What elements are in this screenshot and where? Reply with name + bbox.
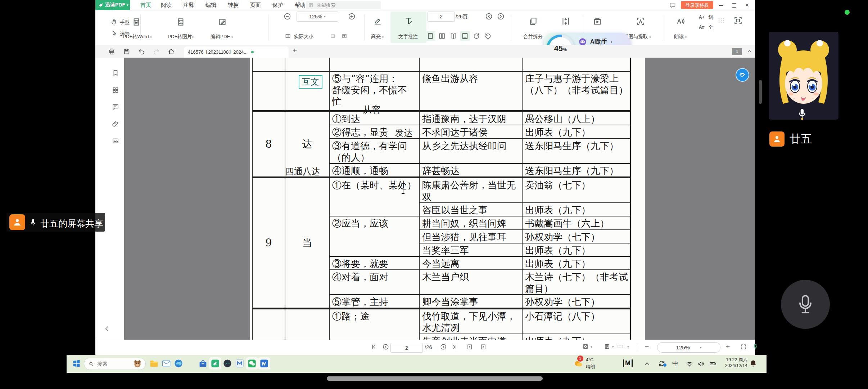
store-app-icon[interactable] [198, 358, 208, 369]
zoom-level-box[interactable]: 125% ▾ [297, 12, 338, 22]
mail-app-icon[interactable] [161, 358, 172, 369]
previous-view-icon[interactable] [466, 343, 473, 350]
fulltext-translate-label[interactable]: 全 [708, 24, 713, 31]
video-strip-scrollbar[interactable] [327, 376, 543, 381]
text-box-icon[interactable] [341, 33, 348, 39]
function-search-input[interactable] [316, 2, 371, 8]
battery-icon[interactable] [709, 360, 717, 368]
tray-expand-chevron-icon[interactable] [643, 360, 651, 367]
pin-icon[interactable] [752, 343, 759, 350]
page-background-icon[interactable] [582, 343, 589, 350]
menu-page[interactable]: 页面 [247, 0, 264, 10]
restore-button[interactable] [729, 1, 739, 9]
taskbar-search-box[interactable] [84, 358, 146, 370]
volume-icon[interactable] [697, 360, 705, 368]
edit-pdf-label[interactable]: 编辑PDF ▾ [211, 33, 233, 40]
pdf-to-image-icon[interactable] [176, 17, 186, 27]
floating-translate-ball[interactable] [736, 68, 749, 82]
word-app-icon[interactable] [259, 358, 270, 369]
pdf-to-word-icon[interactable] [131, 17, 141, 27]
crop-box-icon[interactable] [330, 33, 336, 39]
login-button[interactable]: 登录享特权 [681, 1, 713, 9]
bookmarks-panel-icon[interactable] [112, 69, 119, 77]
menu-edit[interactable]: 编辑 [203, 0, 219, 10]
actual-size-caret-icon[interactable]: ▾ [627, 345, 629, 349]
tray-clock[interactable]: 19:22 周六 2024/12/14 [719, 357, 747, 368]
comments-panel-icon[interactable] [112, 103, 119, 111]
prev-page-icon[interactable] [485, 12, 493, 21]
zoom-pill[interactable]: 125% ▾ [657, 342, 720, 353]
rotate-ccw-icon[interactable] [484, 32, 492, 40]
weather-desc[interactable]: 晴朗 [586, 364, 595, 370]
prev-page-icon[interactable] [382, 343, 389, 350]
hand-tool-label[interactable]: 手型 [120, 19, 130, 26]
collapse-sidebar-icon[interactable] [103, 325, 111, 333]
fullscreen-icon[interactable] [740, 343, 747, 350]
file-explorer-icon[interactable] [149, 358, 159, 369]
scan-capture-icon[interactable] [733, 15, 743, 26]
menu-read[interactable]: 阅读 [158, 0, 175, 10]
highlight-label[interactable]: 高亮 ▾ [371, 33, 384, 40]
zoom-in-button[interactable]: + [726, 343, 730, 350]
function-search-box[interactable] [306, 1, 381, 9]
zoom-in-icon[interactable] [348, 12, 356, 21]
save-icon[interactable] [123, 48, 131, 55]
rotate-cw-icon[interactable] [473, 32, 480, 40]
text-annotation-tool[interactable]: 文字批注 [390, 12, 426, 43]
document-tab[interactable]: 416576【20231108】2024... [184, 46, 289, 58]
wifi-icon[interactable] [686, 360, 693, 368]
actual-size-icon[interactable] [617, 343, 623, 350]
taskbar-search-input[interactable] [96, 361, 130, 367]
settings-app-icon[interactable] [185, 358, 196, 369]
first-page-icon[interactable] [370, 343, 377, 350]
weather-temp[interactable]: 4°C [586, 357, 593, 362]
mic-mute-button[interactable] [781, 280, 830, 329]
edge-browser-icon[interactable] [173, 358, 184, 369]
select-tool-icon[interactable] [111, 30, 118, 37]
ime-logo[interactable]: M [623, 359, 633, 367]
undo-icon[interactable] [138, 48, 146, 55]
pdf-to-word-label[interactable]: PDF转Word ▾ [123, 33, 152, 40]
ime-language-label[interactable]: 中 [672, 359, 678, 368]
snapshot-panel-icon[interactable] [112, 137, 119, 145]
merge-split-icon[interactable] [528, 16, 538, 26]
page-layout-icon[interactable] [604, 343, 610, 350]
attachments-panel-icon[interactable] [112, 120, 119, 128]
menu-annotate[interactable]: 注释 [180, 0, 197, 10]
xundu-pdf-app-icon[interactable] [210, 358, 221, 369]
word-translate-label[interactable]: 划 [708, 14, 713, 21]
actual-size-icon[interactable] [285, 33, 291, 39]
fit-width-icon[interactable] [461, 32, 469, 40]
menu-convert[interactable]: 转换 [225, 0, 241, 10]
redo-icon[interactable] [152, 48, 160, 55]
screenshot-extract-icon[interactable] [636, 16, 646, 26]
window-count-badge[interactable]: 1 [732, 48, 742, 55]
last-page-icon[interactable] [451, 343, 458, 350]
edit-pdf-icon[interactable] [217, 17, 227, 27]
read-aloud-label[interactable]: 朗读 ▾ [674, 33, 687, 40]
pdf-to-image-label[interactable]: PDF转图片▾ [168, 33, 194, 40]
collapse-toolbar-icon[interactable] [746, 48, 753, 55]
desktop-scrollbar-thumb[interactable] [759, 80, 762, 104]
word-translate-icon[interactable] [698, 13, 706, 21]
fulltext-translate-icon[interactable] [698, 23, 706, 31]
zoom-out-icon[interactable] [283, 12, 291, 21]
book-view-icon[interactable] [449, 32, 457, 40]
video-tools-icon[interactable] [592, 16, 602, 26]
notification-bell-icon[interactable] [749, 359, 758, 368]
feedback-bubble-icon[interactable] [668, 1, 677, 9]
print-icon[interactable] [108, 48, 116, 55]
home-icon[interactable] [167, 48, 175, 55]
single-page-view-icon[interactable] [426, 32, 434, 40]
read-aloud-icon[interactable] [675, 16, 686, 26]
highlighter-icon[interactable] [373, 15, 383, 26]
close-button[interactable]: × [742, 1, 752, 9]
toolbar-page-input[interactable] [428, 12, 455, 22]
dark-round-app-icon[interactable] [222, 358, 233, 369]
media-app-icon[interactable] [234, 358, 245, 369]
two-page-view-icon[interactable] [438, 32, 446, 40]
hand-tool-icon[interactable] [111, 18, 118, 25]
wechat-app-icon[interactable] [247, 358, 257, 369]
minimize-button[interactable] [716, 1, 726, 9]
page-background-caret-icon[interactable]: ▾ [591, 345, 592, 349]
